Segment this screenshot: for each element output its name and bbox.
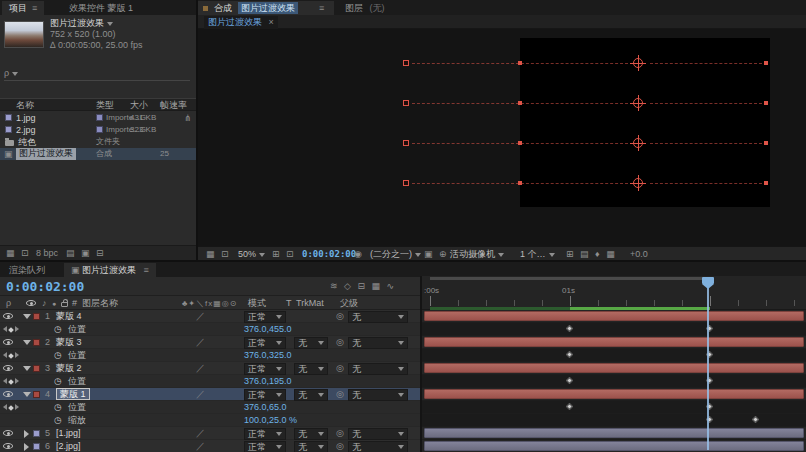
tab-layer[interactable]: 图层 (无): [338, 1, 392, 15]
layer-duration-bar[interactable]: [424, 363, 804, 373]
anchor-crosshair-icon[interactable]: [633, 58, 643, 68]
selection-handle[interactable]: [518, 181, 522, 185]
blend-mode-select[interactable]: 正常: [244, 311, 286, 323]
layer-duration-bar[interactable]: [424, 311, 804, 321]
keyframe[interactable]: [566, 325, 573, 332]
column-preserve-t[interactable]: T: [286, 296, 292, 311]
layer-name-selected[interactable]: 蒙版 1: [56, 388, 90, 400]
parent-pickwhip-icon[interactable]: ◎: [336, 336, 344, 349]
parent-select[interactable]: 无: [348, 337, 408, 349]
layer-duration-bar[interactable]: [424, 389, 804, 399]
keyframe[interactable]: [566, 403, 573, 410]
project-list-header[interactable]: 名称 类型 大小 帧速率: [0, 98, 196, 111]
property-name[interactable]: 位置: [68, 375, 86, 388]
blend-mode-select[interactable]: 正常: [244, 389, 286, 401]
trkmat-select[interactable]: 无: [294, 389, 328, 401]
property-value[interactable]: 376.0,65.0: [244, 401, 287, 414]
resolution-select[interactable]: (二分之一): [370, 247, 421, 261]
anchor-crosshair-icon[interactable]: [633, 98, 643, 108]
keyframe-navigator[interactable]: [3, 375, 19, 388]
tab-comp-name[interactable]: 图片过渡效果: [238, 2, 298, 14]
tab-effect-controls[interactable]: 效果控件 蒙版 1: [62, 1, 140, 15]
trkmat-select[interactable]: 无: [294, 337, 328, 349]
playhead-line[interactable]: [707, 277, 709, 450]
label-color-chip[interactable]: [33, 443, 40, 450]
audio-column-icon[interactable]: ♪: [42, 296, 47, 311]
visibility-eye-icon[interactable]: [3, 443, 13, 449]
prev-keyframe-icon[interactable]: [3, 326, 7, 332]
composition-viewport[interactable]: [198, 29, 806, 246]
project-comp-row-selected[interactable]: ▣ 图片过渡效果 合成 25: [0, 148, 196, 160]
visibility-eye-icon[interactable]: [3, 313, 13, 319]
property-row[interactable]: ◷ 位置 376.0,195.0: [0, 375, 420, 388]
property-row[interactable]: ◷ 缩放 100.0,25.0 %: [0, 414, 420, 427]
parent-select[interactable]: 无: [348, 428, 408, 440]
project-item-row[interactable]: 1.jpg Importe...G 431 KB ⋔: [0, 112, 196, 124]
quality-switch[interactable]: ／: [196, 388, 205, 401]
layer-track[interactable]: [422, 427, 806, 440]
next-keyframe-icon[interactable]: [15, 352, 19, 358]
project-folder-row[interactable]: 纯色 文件夹: [0, 136, 196, 148]
current-timecode[interactable]: 0:00:02:00: [6, 279, 84, 294]
keyframe-indicator-icon[interactable]: [8, 379, 14, 385]
bit-depth-button[interactable]: 8 bpc: [36, 246, 58, 261]
tab-composition[interactable]: 合成 图片过渡效果 ≡: [198, 1, 334, 15]
search-icon[interactable]: ρ: [6, 296, 11, 311]
grid-guide-icons[interactable]: ⊞ ⊡: [272, 247, 296, 261]
label-color-chip[interactable]: [33, 313, 40, 320]
column-type[interactable]: 类型: [96, 99, 114, 112]
layer-row[interactable]: 6 [2.jpg] ／ 正常 无 ◎ 无: [0, 440, 420, 452]
trkmat-select[interactable]: 无: [294, 428, 328, 440]
selection-handle[interactable]: [518, 61, 522, 65]
selection-handle[interactable]: [403, 180, 409, 186]
project-search-input[interactable]: ρ: [4, 68, 190, 81]
label-color-chip[interactable]: [5, 126, 12, 133]
camera-select[interactable]: 活动摄像机: [450, 247, 504, 261]
layer-duration-bar[interactable]: [424, 337, 804, 347]
view-layout-select[interactable]: 1 个…: [520, 247, 555, 261]
twirl-right-icon[interactable]: [24, 430, 29, 438]
selection-handle[interactable]: [764, 61, 768, 65]
keyframe[interactable]: [566, 377, 573, 384]
snapshot-icon[interactable]: ◉: [354, 247, 364, 261]
column-framerate[interactable]: 帧速率: [160, 99, 187, 112]
label-color-chip[interactable]: [33, 365, 40, 372]
trkmat-select[interactable]: 无: [294, 441, 328, 452]
playhead-head[interactable]: [702, 277, 714, 284]
property-name[interactable]: 位置: [68, 349, 86, 362]
column-parent[interactable]: 父级: [340, 296, 358, 311]
footer-new-item-icons[interactable]: ▤ ▣ ⊟: [66, 246, 106, 261]
selection-handle[interactable]: [518, 141, 522, 145]
viewer-option-icons[interactable]: ▦ ⊡: [206, 247, 231, 261]
twirl-down-icon[interactable]: [23, 314, 31, 319]
pixel-aspect-timeline-icons[interactable]: ⊞ ▤ ♦ ▦: [566, 247, 617, 261]
label-color-chip[interactable]: [5, 114, 12, 121]
layer-track[interactable]: [422, 388, 806, 401]
parent-pickwhip-icon[interactable]: ◎: [336, 310, 344, 323]
quality-switch[interactable]: ／: [196, 427, 205, 440]
twirl-right-icon[interactable]: [24, 443, 29, 451]
stopwatch-icon[interactable]: ◷: [54, 375, 62, 388]
lock-column-icon[interactable]: [61, 302, 68, 307]
property-value[interactable]: 376.0,325.0: [244, 349, 292, 362]
layer-row[interactable]: 3 蒙版 2 ／ 正常 无 ◎ 无: [0, 362, 420, 375]
selection-handle[interactable]: [764, 181, 768, 185]
panel-menu-icon[interactable]: ≡: [32, 3, 37, 13]
layer-track[interactable]: [422, 362, 806, 375]
parent-pickwhip-icon[interactable]: ◎: [336, 362, 344, 375]
zoom-select[interactable]: 50%: [238, 247, 265, 261]
layer-row[interactable]: 2 蒙版 3 ／ 正常 无 ◎ 无: [0, 336, 420, 349]
property-name[interactable]: 缩放: [68, 414, 86, 427]
parent-pickwhip-icon[interactable]: ◎: [336, 388, 344, 401]
quality-switch[interactable]: ／: [196, 440, 205, 452]
prev-keyframe-icon[interactable]: [3, 404, 7, 410]
layer-track[interactable]: [422, 336, 806, 349]
stopwatch-icon[interactable]: ◷: [54, 414, 62, 427]
parent-select[interactable]: 无: [348, 311, 408, 323]
keyframe-navigator[interactable]: [3, 401, 19, 414]
preview-timecode[interactable]: 0:00:02:00: [302, 247, 356, 261]
column-name[interactable]: 名称: [16, 99, 34, 112]
trkmat-select[interactable]: 无: [294, 363, 328, 375]
tab-project[interactable]: 项目≡: [2, 1, 44, 15]
property-name[interactable]: 位置: [68, 323, 86, 336]
